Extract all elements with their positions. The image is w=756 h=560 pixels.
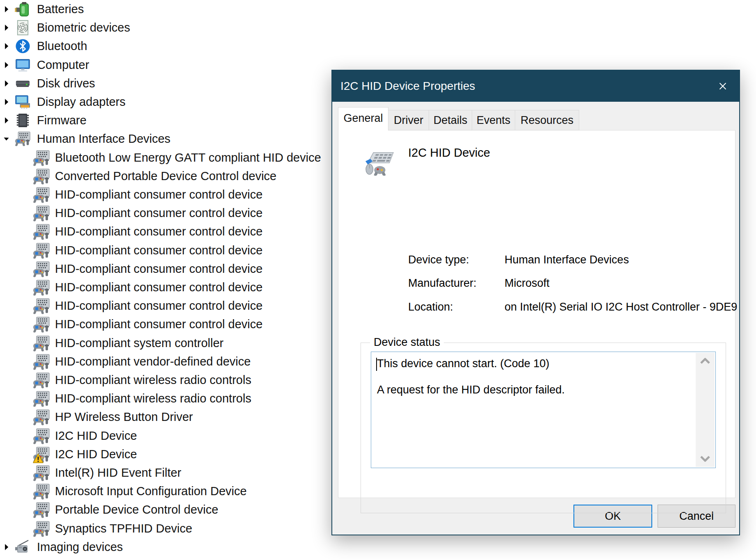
device-type-label: Device type: <box>408 254 469 266</box>
hid-device-large-icon <box>362 149 394 176</box>
tree-item[interactable]: HID-compliant vendor-defined device <box>0 352 332 371</box>
tree-item[interactable]: HID-compliant consumer control device <box>0 260 332 278</box>
hid-device-icon <box>33 354 50 370</box>
hid-device-icon <box>33 428 50 445</box>
device-manager-screen: BatteriesBiometric devicesBluetoothCompu… <box>0 0 756 560</box>
computer-icon <box>15 57 31 73</box>
tree-item-label: Disk drives <box>37 74 95 93</box>
tree-item[interactable]: Portable Device Control device <box>0 501 332 519</box>
status-line: A request for the HID descriptor failed. <box>377 383 689 396</box>
hid-device-icon <box>33 446 50 463</box>
dialog-titlebar[interactable]: I2C HID Device Properties <box>332 71 739 102</box>
chevron-right-icon[interactable] <box>1 22 12 33</box>
chevron-right-icon[interactable] <box>1 96 12 107</box>
close-icon <box>715 76 731 96</box>
tree-item-label: Firmware <box>37 111 87 130</box>
hid-device-icon <box>33 261 50 278</box>
hid-device-icon <box>33 483 50 500</box>
hid-device-icon <box>33 316 50 333</box>
tab-strip: GeneralDriverDetailsEventsResources <box>338 107 579 130</box>
tree-item[interactable]: Disk drives <box>0 74 332 93</box>
tree-item[interactable]: Display adapters <box>0 93 332 111</box>
fingerprint-icon <box>15 20 31 36</box>
imaging-device-icon <box>15 539 31 555</box>
chevron-right-icon[interactable] <box>1 41 12 52</box>
tab-driver[interactable]: Driver <box>388 110 429 130</box>
tree-item[interactable]: Intel(R) HID Event Filter <box>0 464 332 482</box>
hid-device-icon <box>33 242 50 259</box>
tree-item-label: HID-compliant wireless radio controls <box>55 371 251 389</box>
tab-details[interactable]: Details <box>429 110 472 130</box>
bluetooth-icon <box>15 38 31 54</box>
location-label: Location: <box>408 301 453 313</box>
tree-item-label: Intel(R) HID Event Filter <box>55 464 181 482</box>
tree-item[interactable]: Computer <box>0 56 332 74</box>
tree-item[interactable]: Converted Portable Device Control device <box>0 167 332 185</box>
chevron-right-icon[interactable] <box>1 115 12 126</box>
hid-device-icon <box>33 168 50 185</box>
tree-item[interactable]: Firmware <box>0 111 332 130</box>
tree-item[interactable]: HP Wireless Button Driver <box>0 408 332 426</box>
tree-item-label: Human Interface Devices <box>37 130 171 148</box>
hid-device-icon <box>33 521 50 537</box>
tree-item-label: Microsoft Input Configuration Device <box>55 482 247 501</box>
scroll-down-icon[interactable] <box>699 453 711 464</box>
tab-events[interactable]: Events <box>472 110 515 130</box>
chevron-right-icon[interactable] <box>1 542 12 553</box>
tree-item[interactable]: Bluetooth Low Energy GATT compliant HID … <box>0 149 332 167</box>
tree-item[interactable]: HID-compliant consumer control device <box>0 222 332 241</box>
tree-item[interactable]: HID-compliant consumer control device <box>0 315 332 334</box>
device-type-row: Device type: Human Interface Devices <box>408 254 469 266</box>
chevron-down-icon[interactable] <box>1 133 12 144</box>
tree-item[interactable]: Human Interface Devices <box>0 130 332 148</box>
tree-item[interactable]: HID-compliant consumer control device <box>0 241 332 260</box>
tree-item[interactable]: HID-compliant consumer control device <box>0 204 332 222</box>
firmware-chip-icon <box>15 112 31 128</box>
device-status-textbox[interactable]: This device cannot start. (Code 10)A req… <box>371 352 716 468</box>
tree-item[interactable]: Microsoft Input Configuration Device <box>0 482 332 501</box>
tree-item[interactable]: I2C HID Device <box>0 427 332 445</box>
chevron-right-icon[interactable] <box>1 78 12 89</box>
tree-item-label: Converted Portable Device Control device <box>55 167 276 185</box>
tree-item[interactable]: HID-compliant consumer control device <box>0 278 332 297</box>
tree-item-label: Biometric devices <box>37 18 130 37</box>
tree-item[interactable]: I2C HID Device <box>0 445 332 464</box>
tree-item[interactable]: Synaptics TPFHID Device <box>0 519 332 538</box>
hid-device-icon <box>33 391 50 407</box>
tree-item-label: Display adapters <box>37 93 126 111</box>
tree-item[interactable]: HID-compliant system controller <box>0 334 332 352</box>
device-type-value: Human Interface Devices <box>505 254 629 266</box>
tree-item[interactable]: HID-compliant wireless radio controls <box>0 389 332 408</box>
tree-item[interactable]: HID-compliant consumer control device <box>0 297 332 315</box>
chevron-right-icon[interactable] <box>1 59 12 71</box>
tree-item[interactable]: Keyboards <box>0 556 332 560</box>
scroll-up-icon[interactable] <box>699 356 711 367</box>
tab-resources[interactable]: Resources <box>515 110 579 130</box>
tree-item[interactable]: Bluetooth <box>0 37 332 55</box>
chevron-right-icon[interactable] <box>1 4 12 15</box>
hid-device-icon <box>33 465 50 482</box>
close-button[interactable] <box>712 75 733 97</box>
device-status-text: This device cannot start. (Code 10)A req… <box>377 357 689 396</box>
tree-item-label: Synaptics TPFHID Device <box>55 519 192 538</box>
status-scrollbar[interactable] <box>696 353 715 467</box>
tree-item-label: HID-compliant wireless radio controls <box>55 389 251 408</box>
tree-item-label: HID-compliant system controller <box>55 334 224 352</box>
tree-item[interactable]: Imaging devices <box>0 538 332 556</box>
tree-item[interactable]: HID-compliant consumer control device <box>0 185 332 204</box>
tree-item-label: I2C HID Device <box>55 445 137 464</box>
tree-item[interactable]: Batteries <box>0 0 332 18</box>
hid-device-icon <box>33 335 50 352</box>
hid-device-icon <box>33 372 50 389</box>
dialog-title: I2C HID Device Properties <box>340 71 475 102</box>
tree-item[interactable]: HID-compliant wireless radio controls <box>0 371 332 389</box>
tab-general[interactable]: General <box>338 107 388 130</box>
tree-item-label: Computer <box>37 56 89 74</box>
tree-item[interactable]: Biometric devices <box>0 18 332 37</box>
manufacturer-label: Manufacturer: <box>408 277 477 289</box>
device-name: I2C HID Device <box>408 146 490 160</box>
device-status-label: Device status <box>370 336 444 349</box>
tree-item-label: HID-compliant consumer control device <box>55 204 263 222</box>
hid-device-icon <box>33 224 50 240</box>
tree-item-label: Portable Device Control device <box>55 501 218 519</box>
